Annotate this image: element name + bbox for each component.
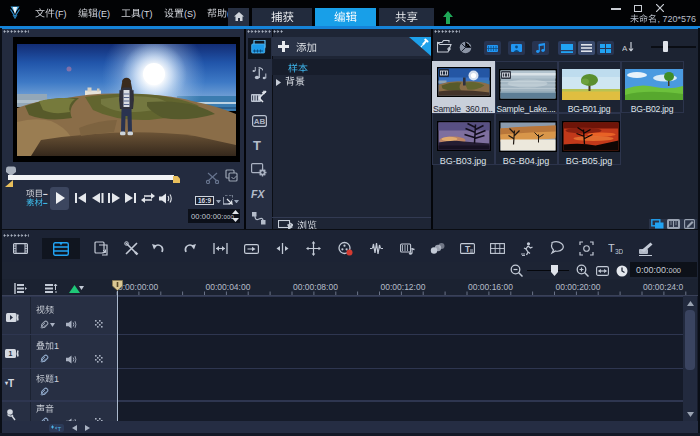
svg-text:T: T — [608, 242, 615, 254]
svg-text:1: 1 — [9, 350, 13, 357]
svg-text:A: A — [622, 44, 628, 53]
svg-text:3D: 3D — [615, 248, 623, 255]
svg-text:T: T — [58, 426, 62, 432]
svg-text:AB: AB — [254, 117, 266, 126]
